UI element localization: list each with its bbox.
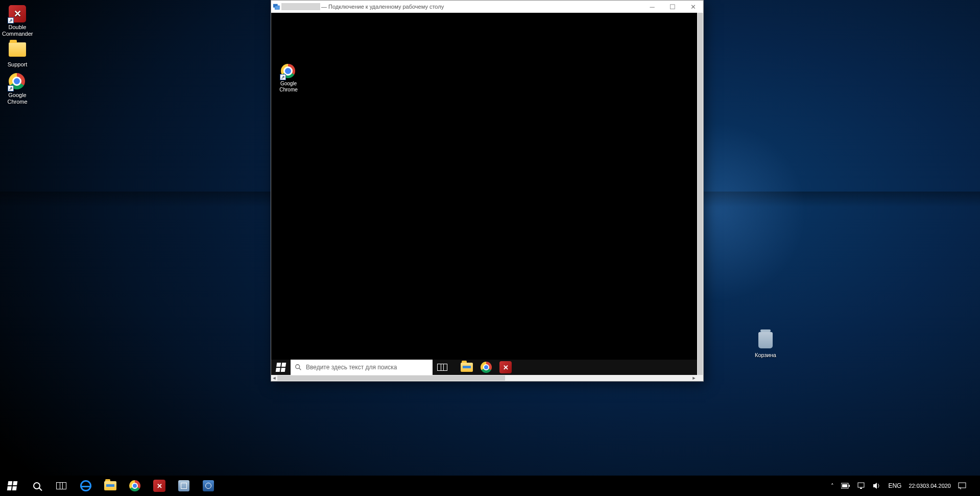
tray-volume-icon[interactable] bbox=[871, 476, 882, 496]
scrollbar-thumb[interactable] bbox=[277, 375, 505, 381]
rdp-vertical-scrollbar[interactable] bbox=[697, 13, 703, 375]
taskbar-double-commander[interactable]: ✕ bbox=[147, 476, 172, 496]
rdp-window: — Подключение к удаленному рабочему стол… bbox=[271, 0, 704, 382]
tray-action-center[interactable] bbox=[957, 476, 968, 496]
shortcut-arrow-icon bbox=[8, 17, 14, 23]
maximize-button[interactable]: ☐ bbox=[662, 1, 683, 13]
taskbar-ie[interactable] bbox=[74, 476, 98, 496]
remote-desktop-viewport[interactable]: Google Chrome Введите здесь текст для по… bbox=[271, 13, 697, 375]
desktop-icon-double-commander[interactable]: ✕ Double Commander bbox=[2, 5, 33, 37]
remote-task-view-button[interactable] bbox=[433, 360, 452, 375]
show-desktop-button[interactable] bbox=[972, 476, 975, 496]
remote-taskbar-explorer[interactable] bbox=[457, 360, 476, 375]
scroll-corner bbox=[697, 375, 703, 381]
search-icon bbox=[295, 364, 302, 371]
desktop-icon-label: Double Commander bbox=[2, 24, 33, 37]
svg-rect-10 bbox=[959, 483, 966, 488]
search-button[interactable] bbox=[25, 476, 49, 496]
taskbar-server-manager[interactable] bbox=[172, 476, 196, 496]
rdp-icon bbox=[203, 480, 214, 491]
shortcut-arrow-icon bbox=[8, 85, 14, 91]
double-commander-icon: ✕ bbox=[153, 480, 165, 492]
scroll-right-button[interactable]: ► bbox=[691, 375, 697, 381]
remote-desktop-icons: Google Chrome bbox=[275, 64, 302, 98]
tray-language[interactable]: ENG bbox=[887, 476, 903, 496]
svg-rect-8 bbox=[860, 488, 862, 489]
server-manager-icon bbox=[178, 480, 189, 491]
folder-icon bbox=[9, 42, 26, 57]
windows-logo-icon bbox=[7, 481, 18, 490]
tray-overflow-button[interactable]: ˄ bbox=[829, 476, 835, 496]
host-taskbar: ✕ ˄ ENG 22:03 03.04.2020 bbox=[0, 476, 980, 496]
redacted-hostname bbox=[281, 3, 320, 10]
remote-taskbar-chrome[interactable] bbox=[476, 360, 496, 375]
file-explorer-icon bbox=[461, 363, 473, 372]
svg-rect-5 bbox=[849, 485, 850, 487]
host-desktop-icons: ✕ Double Commander Support Google Chrome bbox=[2, 5, 36, 110]
svg-rect-1 bbox=[275, 6, 279, 9]
rdp-body: Google Chrome Введите здесь текст для по… bbox=[271, 13, 703, 381]
remote-taskbar-double-commander[interactable]: ✕ bbox=[496, 360, 515, 375]
taskbar-explorer[interactable] bbox=[98, 476, 123, 496]
svg-line-3 bbox=[299, 368, 301, 370]
task-view-icon bbox=[56, 482, 66, 489]
system-tray: ˄ ENG 22:03 03.04.2020 bbox=[829, 476, 980, 496]
desktop-icon-recycle-bin[interactable]: Корзина bbox=[750, 332, 781, 358]
tray-time: 22:03 bbox=[909, 483, 923, 489]
desktop-icon-label: Google Chrome bbox=[275, 81, 302, 93]
scroll-left-button[interactable]: ◄ bbox=[271, 375, 277, 381]
chrome-icon bbox=[129, 480, 140, 491]
windows-logo-icon bbox=[276, 363, 286, 372]
task-view-icon bbox=[437, 364, 447, 371]
search-icon bbox=[33, 482, 40, 489]
double-commander-icon: ✕ bbox=[499, 361, 512, 373]
scrollbar-thumb[interactable] bbox=[698, 13, 703, 375]
remote-icon-chrome[interactable]: Google Chrome bbox=[275, 64, 302, 93]
tray-date: 03.04.2020 bbox=[923, 483, 951, 489]
svg-rect-7 bbox=[858, 483, 864, 487]
svg-point-2 bbox=[296, 365, 300, 369]
desktop-icon-label: Support bbox=[2, 61, 33, 68]
desktop-icon-label: Google Chrome bbox=[2, 92, 33, 105]
start-button[interactable] bbox=[0, 476, 25, 496]
close-button[interactable]: ✕ bbox=[683, 1, 703, 13]
taskbar-rdp[interactable] bbox=[196, 476, 221, 496]
svg-rect-6 bbox=[842, 484, 847, 487]
recycle-bin-icon bbox=[758, 332, 773, 348]
rdp-app-icon bbox=[271, 3, 281, 10]
tray-battery-icon[interactable] bbox=[840, 476, 852, 496]
task-view-button[interactable] bbox=[49, 476, 74, 496]
scrollbar-track[interactable] bbox=[277, 375, 691, 381]
desktop-icon-chrome[interactable]: Google Chrome bbox=[2, 73, 33, 105]
remote-start-button[interactable] bbox=[271, 360, 291, 375]
minimize-button[interactable]: ─ bbox=[642, 1, 662, 13]
remote-taskbar: Введите здесь текст для поиска ✕ bbox=[271, 360, 697, 375]
rdp-titlebar[interactable]: — Подключение к удаленному рабочему стол… bbox=[271, 1, 703, 13]
tray-clock[interactable]: 22:03 03.04.2020 bbox=[907, 476, 952, 496]
internet-explorer-icon bbox=[80, 480, 91, 491]
window-title: — Подключение к удаленному рабочему стол… bbox=[321, 4, 642, 10]
desktop-icon-support[interactable]: Support bbox=[2, 42, 33, 68]
taskbar-chrome[interactable] bbox=[123, 476, 147, 496]
svg-marker-9 bbox=[873, 483, 877, 489]
chrome-icon bbox=[481, 362, 492, 373]
rdp-horizontal-scrollbar[interactable]: ◄ ► bbox=[271, 375, 697, 381]
tray-network-icon[interactable] bbox=[856, 476, 867, 496]
remote-search-placeholder: Введите здесь текст для поиска bbox=[306, 364, 397, 371]
remote-search-box[interactable]: Введите здесь текст для поиска bbox=[291, 360, 433, 375]
file-explorer-icon bbox=[104, 481, 116, 490]
shortcut-arrow-icon bbox=[280, 74, 286, 80]
desktop-icon-label: Корзина bbox=[750, 352, 781, 358]
